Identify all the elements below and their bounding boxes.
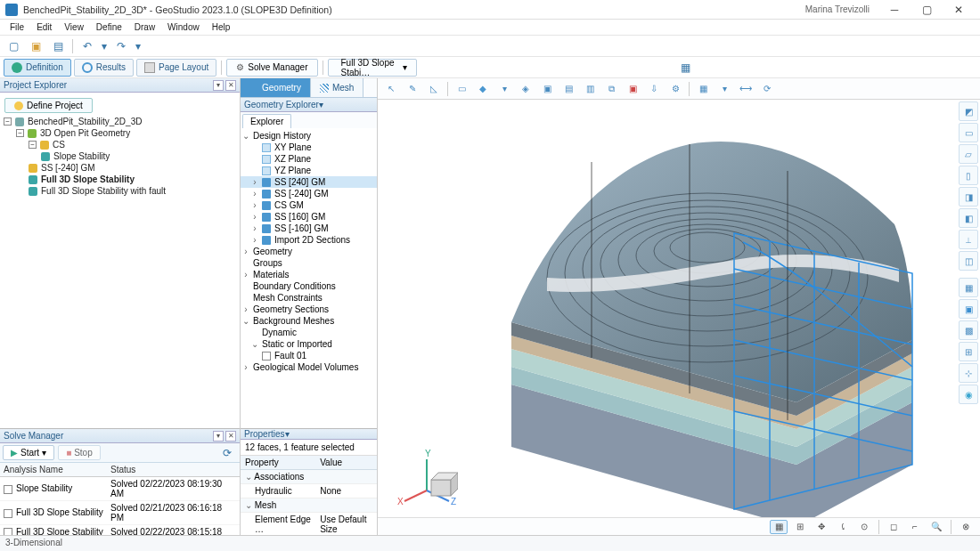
section-icon[interactable]: ▦ bbox=[693, 80, 713, 98]
node-ss160[interactable]: ›SS [160] GM bbox=[241, 211, 377, 223]
tab-results[interactable]: Results bbox=[74, 59, 134, 77]
cube1-icon[interactable]: ▣ bbox=[537, 80, 557, 98]
view-reset-icon[interactable]: ⊗ bbox=[957, 520, 975, 534]
wire-icon[interactable]: ▩ bbox=[959, 320, 978, 340]
ortho-icon[interactable]: ◧ bbox=[959, 208, 978, 228]
cube3-icon[interactable]: ▥ bbox=[580, 80, 600, 98]
tree-full3d[interactable]: Full 3D Slope Stability bbox=[2, 174, 238, 185]
group-mesh[interactable]: ⌄ Mesh bbox=[241, 498, 377, 513]
copy-icon[interactable]: ⧉ bbox=[601, 80, 621, 98]
tree-ss240[interactable]: SS [-240] GM bbox=[2, 162, 238, 174]
node-ssn160[interactable]: ›SS [-160] GM bbox=[241, 223, 377, 234]
node-ss240[interactable]: ›SS [240] GM bbox=[241, 176, 377, 188]
node-fault01[interactable]: Fault 01 bbox=[241, 350, 377, 361]
node-dynamic[interactable]: Dynamic bbox=[241, 327, 377, 338]
shade2-icon[interactable]: ▣ bbox=[959, 299, 978, 319]
axes-icon[interactable]: ⊹ bbox=[959, 363, 978, 383]
node-bg-meshes[interactable]: ⌄Background Meshes bbox=[241, 315, 377, 327]
close-icon[interactable]: ✕ bbox=[225, 431, 236, 442]
node-static-imported[interactable]: ⌄Static or Imported bbox=[241, 338, 377, 350]
iso-view-icon[interactable]: ◩ bbox=[959, 101, 978, 121]
node-ssn240[interactable]: ›SS [-240] GM bbox=[241, 188, 377, 199]
tree-slope-stability[interactable]: Slope Stability bbox=[2, 150, 238, 162]
top-view-icon[interactable]: ▱ bbox=[959, 144, 978, 164]
group-associations[interactable]: ⌄ Associations bbox=[241, 470, 377, 484]
tree-full3d-fault[interactable]: Full 3D Slope Stability with fault bbox=[2, 185, 238, 197]
node-import2d[interactable]: ›Import 2D Sections bbox=[241, 234, 377, 246]
save-icon[interactable]: ▤ bbox=[48, 37, 68, 55]
menu-file[interactable]: File bbox=[4, 20, 30, 34]
node-groups[interactable]: Groups bbox=[241, 257, 377, 269]
undo-dropdown-icon[interactable]: ▾ bbox=[100, 37, 109, 55]
extrude-icon[interactable]: ◈ bbox=[516, 80, 535, 98]
measure-icon[interactable]: ⟷ bbox=[736, 80, 755, 98]
front-view-icon[interactable]: ▭ bbox=[959, 123, 978, 142]
node-geom-sections[interactable]: ›Geometry Sections bbox=[241, 304, 377, 315]
prop-hydraulic[interactable]: HydraulicNone bbox=[241, 484, 377, 498]
menu-window[interactable]: Window bbox=[161, 20, 206, 34]
node-bc[interactable]: Boundary Conditions bbox=[241, 280, 377, 292]
stop-button[interactable]: ■Stop bbox=[58, 445, 101, 460]
redo-dropdown-icon[interactable]: ▾ bbox=[134, 37, 143, 55]
gear-icon[interactable]: ⚙ bbox=[666, 80, 685, 98]
delete-icon[interactable]: ▣ bbox=[623, 80, 642, 98]
analysis-dropdown[interactable]: Full 3D Slope Stabi…▾ bbox=[328, 59, 417, 77]
pointer-icon[interactable]: ↖ bbox=[381, 80, 401, 98]
tree-geometry[interactable]: −3D Open Pit Geometry bbox=[2, 127, 238, 139]
persp-icon[interactable]: ◨ bbox=[959, 187, 978, 207]
view-grid-icon[interactable]: ⊞ bbox=[791, 520, 809, 534]
close-icon[interactable]: ✕ bbox=[225, 80, 236, 91]
view-pan-icon[interactable]: ✥ bbox=[813, 520, 830, 534]
node-xy-plane[interactable]: XY Plane bbox=[241, 142, 377, 153]
refresh-icon[interactable]: ⟳ bbox=[757, 80, 777, 98]
section-dropdown-icon[interactable]: ▾ bbox=[715, 80, 734, 98]
refresh-icon[interactable]: ⟳ bbox=[217, 444, 237, 462]
node-csgm[interactable]: ›CS GM bbox=[241, 199, 377, 211]
drop-icon[interactable]: ◉ bbox=[959, 385, 978, 404]
node-design-history[interactable]: ⌄Design History bbox=[241, 130, 377, 142]
explorer-tab[interactable]: Explorer bbox=[242, 114, 291, 128]
pin-icon[interactable]: ▾ bbox=[213, 431, 224, 442]
maximize-button[interactable]: ▢ bbox=[911, 0, 943, 20]
tab-mesh[interactable]: Mesh bbox=[311, 78, 363, 97]
table-row[interactable]: Full 3D Slope Stability with faultSolved… bbox=[0, 525, 240, 536]
box-solid-icon[interactable]: ◆ bbox=[473, 80, 493, 98]
close-button[interactable]: ✕ bbox=[943, 0, 975, 20]
view-fit-icon[interactable]: ◻ bbox=[885, 520, 902, 534]
node-xz-plane[interactable]: XZ Plane bbox=[241, 153, 377, 165]
tab-geometry[interactable]: Geometry bbox=[241, 78, 311, 97]
tab-definition[interactable]: Definition bbox=[4, 59, 71, 77]
node-mesh-constraints[interactable]: Mesh Constraints bbox=[241, 292, 377, 304]
node-materials[interactable]: ›Materials bbox=[241, 269, 377, 280]
solve-manager-button[interactable]: ⚙Solve Manager bbox=[226, 59, 317, 77]
define-project-button[interactable]: Define Project bbox=[4, 98, 93, 113]
zoom-extents-icon[interactable]: ▦ bbox=[675, 59, 695, 77]
pin-icon[interactable]: ▾ bbox=[319, 100, 323, 109]
clip-icon[interactable]: ◫ bbox=[959, 251, 978, 271]
menu-draw[interactable]: Draw bbox=[128, 20, 161, 34]
undo-icon[interactable]: ↶ bbox=[78, 37, 97, 55]
sketch2-icon[interactable]: ▭ bbox=[452, 80, 471, 98]
view-triad[interactable]: Y X Z bbox=[396, 446, 458, 508]
sketch-icon[interactable]: ◺ bbox=[424, 80, 444, 98]
view-zoom-icon[interactable]: 🔍 bbox=[927, 520, 945, 534]
redo-icon[interactable]: ↷ bbox=[111, 37, 131, 55]
prop-edge[interactable]: Element Edge …Use Default Size bbox=[241, 513, 377, 537]
cube2-icon[interactable]: ▤ bbox=[559, 80, 578, 98]
edit-icon[interactable]: ✎ bbox=[403, 80, 422, 98]
start-button[interactable]: ▶Start▾ bbox=[3, 445, 54, 460]
menu-edit[interactable]: Edit bbox=[30, 20, 58, 34]
view-center-icon[interactable]: ⊙ bbox=[855, 520, 873, 534]
new-icon[interactable]: ▢ bbox=[4, 37, 23, 55]
menu-help[interactable]: Help bbox=[206, 20, 237, 34]
view-measure-icon[interactable]: ⌐ bbox=[906, 520, 924, 534]
node-geometry[interactable]: ›Geometry bbox=[241, 246, 377, 257]
open-icon[interactable]: ▣ bbox=[26, 37, 45, 55]
view-iso-icon[interactable]: ▦ bbox=[770, 520, 788, 534]
viewport-3d[interactable]: ◩ ▭ ▱ ▯ ◨ ◧ ⟂ ◫ ▦ ▣ ▩ ⊞ ⊹ ◉ Y X Z bbox=[378, 100, 980, 517]
side-view-icon[interactable]: ▯ bbox=[959, 166, 978, 185]
tree-cs[interactable]: −CS bbox=[2, 139, 238, 150]
table-row[interactable]: Slope StabilitySolved 02/22/2023 08:19:3… bbox=[0, 477, 240, 501]
shade1-icon[interactable]: ▦ bbox=[959, 278, 978, 297]
pin-icon[interactable]: ▾ bbox=[285, 429, 290, 439]
